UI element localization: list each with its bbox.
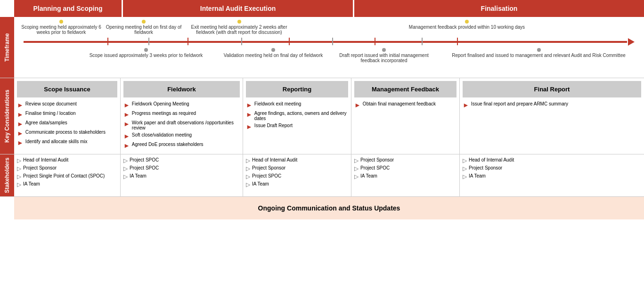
arrow-icon: ► — [463, 101, 469, 109]
arrow-icon: ► — [123, 132, 130, 140]
arrow-outline-icon: ▷ — [123, 157, 128, 164]
tick-5 — [457, 38, 458, 45]
arrow-outline-icon: ▷ — [463, 165, 467, 172]
kc-item: ►Obtain final management feedback — [354, 101, 457, 109]
kc-item: ►Issue final report and prepare ARMC sum… — [463, 101, 641, 109]
stage-header-mgmt: Management Feedback — [354, 81, 457, 97]
phase-header-planning: Planning and Scoping — [14, 0, 122, 17]
arrow-outline-icon: ▷ — [123, 165, 128, 172]
kc-item: ►Finalise timing / location — [17, 111, 117, 118]
tf-below-2: Validation meeting held on final day of … — [217, 48, 330, 63]
tf-dot-4 — [465, 20, 469, 24]
sh-item: ▷Project Sponsor — [354, 157, 457, 164]
arrow-icon: ► — [17, 139, 24, 146]
sh-label: Stakeholders — [0, 154, 14, 196]
arrow-outline-icon: ▷ — [17, 165, 21, 172]
tf-dot-b2 — [271, 48, 275, 52]
kc-item: ►Fieldwork exit meeting — [246, 101, 348, 109]
sh-stage-2: ▷Project SPOC ▷Project SPOC ▷IA Team — [121, 154, 243, 196]
timeline-line — [24, 41, 627, 43]
tf-dot-b3 — [382, 48, 386, 52]
tf-dot-b1 — [144, 48, 148, 52]
tf-above-2: Opening meeting held on first day of fie… — [104, 20, 184, 35]
sh-item: ▷Project Sponsor — [246, 165, 348, 172]
kc-item: ►Progress meetings as required — [123, 111, 240, 118]
kc-item: ►Work paper and draft observations /oppo… — [123, 120, 240, 130]
stage-header-final: Final Report — [463, 81, 641, 97]
arrow-outline-icon: ▷ — [463, 173, 467, 180]
arrow-outline-icon: ▷ — [354, 165, 359, 172]
arrow-outline-icon: ▷ — [354, 173, 359, 180]
arrow-icon: ► — [354, 101, 361, 109]
kc-label: Key Considerations — [0, 78, 14, 154]
stage-fieldwork: Fieldwork ►Fieldwork Opening Meeting ►Pr… — [121, 78, 243, 154]
tick-2 — [187, 38, 188, 45]
kc-item: ►Agreed DoE process stakeholders — [123, 142, 240, 149]
tf-below-3: Draft report issued with initial managem… — [330, 48, 438, 63]
stage-header-fieldwork: Fieldwork — [123, 81, 240, 97]
tf-above-4: Management feedback provided within 10 w… — [294, 20, 639, 35]
stage-header-reporting: Reporting — [246, 81, 348, 97]
timeframe-label: Timeframe — [0, 17, 14, 78]
stage-scope-issuance: Scope Issuance ►Review scope document ►F… — [14, 78, 121, 154]
stage-final-report: Final Report ►Issue final report and pre… — [460, 78, 644, 154]
sh-item: ▷Project Sponsor — [463, 165, 641, 172]
sh-stage-3: ▷Head of Internal Audit ▷Project Sponsor… — [243, 154, 351, 196]
tick-1 — [107, 38, 108, 45]
arrow-icon: ► — [123, 111, 130, 118]
arrow-outline-icon: ▷ — [17, 173, 21, 180]
arrow-outline-icon: ▷ — [17, 157, 21, 164]
stage-reporting: Reporting ►Fieldwork exit meeting ►Agree… — [243, 78, 351, 154]
tick-gray-1 — [148, 38, 149, 45]
arrow-icon: ► — [17, 120, 24, 128]
arrow-icon: ► — [17, 111, 24, 118]
tf-dot-b4 — [537, 48, 541, 52]
sh-item: ▷Head of Internal Audit — [246, 157, 348, 164]
kc-item: ►Identify and allocate skills mix — [17, 139, 117, 146]
kc-item: ►Communicate process to stakeholders — [17, 129, 117, 137]
tick-gray-2 — [241, 38, 242, 45]
kc-item: ►Issue Draft Report — [246, 123, 348, 130]
tf-dot-1 — [59, 20, 63, 24]
tf-above-3: Exit meeting held approximately 2 weeks … — [184, 20, 294, 35]
sh-item: ▷IA Team — [354, 173, 457, 180]
arrow-icon: ► — [246, 111, 253, 118]
sh-item: ▷Project SPOC — [123, 157, 240, 164]
bottom-bar: Ongoing Communication and Status Updates — [14, 197, 644, 219]
tf-below-1: Scope issued approximately 3 weeks prior… — [75, 48, 217, 63]
kc-item: ►Review scope document — [17, 101, 117, 109]
tf-dot-2 — [142, 20, 146, 24]
sh-item: ▷Head of Internal Audit — [463, 157, 641, 164]
sh-item: ▷IA Team — [17, 181, 117, 188]
phase-header-execution: Internal Audit Execution — [123, 0, 353, 17]
timeline-arrow — [628, 38, 635, 46]
tick-gray-4 — [422, 38, 423, 45]
tf-dot-3 — [237, 20, 241, 24]
sh-item: ▷Project Sponsor — [17, 165, 117, 172]
phase-header-finalisation: Finalisation — [354, 0, 644, 17]
tf-above-1: Scoping meeting held approximately 6 wee… — [19, 20, 104, 35]
arrow-outline-icon: ▷ — [17, 181, 21, 188]
tf-below-4: Report finalised and issued to managemen… — [438, 48, 639, 63]
arrow-icon: ► — [123, 142, 130, 149]
tick-3 — [289, 38, 290, 45]
sh-item: ▷Head of Internal Audit — [17, 157, 117, 164]
arrow-outline-icon: ▷ — [246, 181, 250, 188]
diagram-container: Planning and Scoping Internal Audit Exec… — [0, 0, 644, 219]
sh-item: ▷Project SPOC — [246, 173, 348, 180]
sh-item: ▷IA Team — [463, 173, 641, 180]
stage-management-feedback: Management Feedback ►Obtain final manage… — [351, 78, 460, 154]
kc-item: ►Agree findings, actions, owners and del… — [246, 111, 348, 121]
arrow-outline-icon: ▷ — [123, 173, 128, 180]
arrow-icon: ► — [246, 123, 253, 130]
stage-header-scope: Scope Issuance — [17, 81, 117, 97]
sh-item: ▷Project SPOC — [354, 165, 457, 172]
sh-item: ▷IA Team — [123, 173, 240, 180]
arrow-icon: ► — [17, 129, 24, 137]
kc-item: ►Agree data/samples — [17, 120, 117, 128]
kc-item: ►Soft close/validation meeting — [123, 132, 240, 140]
sh-stage-4: ▷Project Sponsor ▷Project SPOC ▷IA Team — [351, 154, 460, 196]
arrow-outline-icon: ▷ — [246, 157, 250, 164]
sh-item: ▷IA Team — [246, 181, 348, 188]
arrow-outline-icon: ▷ — [354, 157, 359, 164]
